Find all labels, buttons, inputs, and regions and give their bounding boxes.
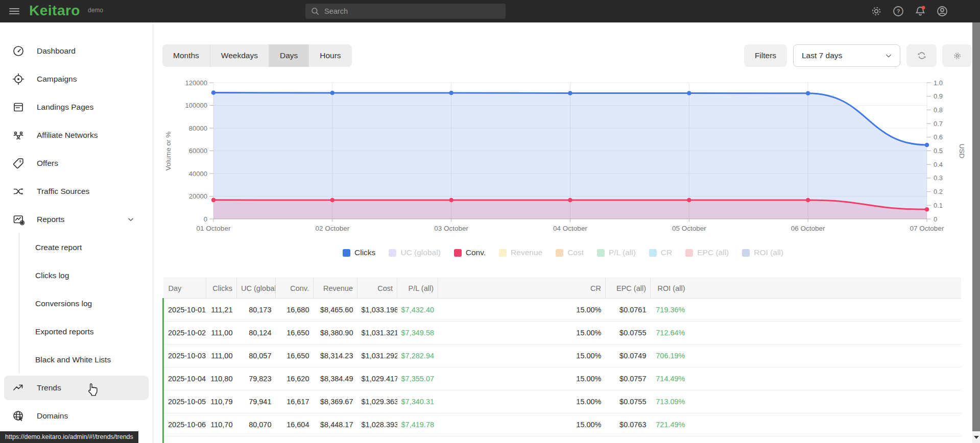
legend-label: Conv. bbox=[466, 248, 486, 257]
trends-table: DayClicksUC (global)Conv.RevenueCostP/L … bbox=[162, 278, 961, 443]
tab-weekdays[interactable]: Weekdays bbox=[210, 44, 269, 67]
sidebar-subitem-exported-reports[interactable]: Exported reports bbox=[19, 317, 153, 346]
chevron-down-icon bbox=[885, 52, 893, 60]
sidebar-item-offers[interactable]: sOffers bbox=[4, 149, 149, 177]
landings-icon bbox=[12, 101, 25, 113]
conv-point bbox=[806, 198, 810, 203]
legend-label: ROI (all) bbox=[754, 248, 783, 257]
table-cell: 2025-10-05 bbox=[163, 390, 206, 413]
legend-label: P/L (all) bbox=[609, 248, 636, 257]
table-cell: 110,70 bbox=[206, 413, 237, 436]
legend-item-clicks[interactable]: Clicks bbox=[343, 248, 375, 257]
legend-item-cr[interactable]: CR bbox=[649, 248, 672, 257]
axis-label: 06 October bbox=[791, 225, 825, 232]
table-cell: 2025-10-03 bbox=[163, 344, 206, 367]
sidebar-item-landings-pages[interactable]: Landings Pages bbox=[4, 93, 149, 121]
column-header-conv: Conv. bbox=[276, 278, 314, 299]
column-header-cost: Cost bbox=[357, 278, 397, 299]
table-row: 2025-10-06110,7080,07016,604$8,448.17$1,… bbox=[163, 413, 962, 436]
notifications-bell-icon[interactable] bbox=[914, 5, 926, 17]
table-row: 2025-10-02111,0080,12416,650$8,380.90$1,… bbox=[163, 322, 962, 344]
table-cell: 16,650 bbox=[276, 322, 314, 344]
date-range-select[interactable]: Last 7 days bbox=[793, 44, 900, 67]
axis-label: 0.5 bbox=[934, 147, 943, 155]
conv-area bbox=[213, 200, 927, 219]
axis-label: 0.4 bbox=[934, 161, 943, 168]
table-cell: $7,282.94 bbox=[397, 344, 438, 367]
table-cell-filler bbox=[689, 367, 962, 390]
scrollbar-thumb[interactable] bbox=[972, 22, 980, 431]
sidebar-subitem-black-and-white-lists[interactable]: Black and White Lists bbox=[19, 346, 153, 374]
table-cell-filler bbox=[689, 436, 962, 443]
column-header-epc-all: EPC (all) bbox=[606, 278, 651, 299]
legend-item-p-l-all[interactable]: P/L (all) bbox=[597, 248, 636, 257]
legend-item-epc-all[interactable]: EPC (all) bbox=[685, 248, 729, 257]
filters-button[interactable]: Filters bbox=[744, 44, 787, 67]
axis-label: 0.3 bbox=[934, 174, 943, 182]
column-header-roi-all: ROI (all) bbox=[651, 278, 689, 299]
sidebar-item-label: Trends bbox=[37, 383, 61, 392]
chart-settings-button[interactable] bbox=[942, 44, 972, 67]
sidebar-item-dashboard[interactable]: Dashboard bbox=[4, 37, 149, 65]
table-row: 2025-10-03111,0080,05716,650$8,314.23$1,… bbox=[163, 344, 962, 367]
legend-item-cost[interactable]: Cost bbox=[556, 248, 584, 257]
dashboard-icon bbox=[12, 45, 25, 57]
sidebar-item-domains[interactable]: Domains bbox=[4, 402, 149, 430]
tab-days[interactable]: Days bbox=[269, 44, 308, 67]
table-cell: $1,029.3633 bbox=[357, 390, 397, 413]
sidebar-item-label: Campaigns bbox=[37, 75, 77, 84]
legend-swatch bbox=[499, 249, 507, 257]
legend-swatch bbox=[389, 249, 396, 257]
table-cell: $0.0755 bbox=[606, 390, 651, 413]
sidebar-item-reports[interactable]: Reports bbox=[4, 205, 149, 233]
env-label: demo bbox=[88, 7, 103, 14]
sidebar-item-trends[interactable]: Trends bbox=[4, 376, 149, 400]
table-cell: 719.36% bbox=[651, 299, 689, 322]
sidebar-item-campaigns[interactable]: Campaigns bbox=[4, 65, 149, 93]
legend-item-uc-global[interactable]: UC (global) bbox=[389, 248, 440, 257]
status-url-tooltip: https://demo.keitaro.io/admin/#!/trends/… bbox=[0, 431, 138, 443]
account-icon[interactable] bbox=[936, 5, 948, 17]
date-range-value: Last 7 days bbox=[802, 51, 842, 60]
table-cell: 721.49% bbox=[651, 413, 689, 436]
period-tab-group: MonthsWeekdaysDaysHours bbox=[162, 44, 352, 67]
axis-label: 0 bbox=[204, 215, 207, 223]
trends-icon bbox=[12, 382, 25, 394]
topbar-actions: ? bbox=[870, 0, 948, 22]
scrollbar-down-arrow[interactable] bbox=[972, 431, 980, 443]
legend-item-conv[interactable]: Conv. bbox=[454, 248, 486, 257]
legend-item-revenue[interactable]: Revenue bbox=[499, 248, 542, 257]
table-cell: 15.00% bbox=[438, 413, 606, 436]
table-cell: 16,650 bbox=[276, 344, 314, 367]
conv-point bbox=[568, 198, 572, 203]
search-box[interactable] bbox=[305, 4, 506, 19]
settings-gear-icon[interactable] bbox=[870, 5, 882, 17]
keitaro-logo[interactable]: Keitaro bbox=[29, 3, 80, 19]
table-cell-filler bbox=[689, 344, 962, 367]
sidebar-subitem-conversions-log[interactable]: Conversions log bbox=[19, 289, 153, 317]
refresh-icon bbox=[916, 50, 927, 61]
chart-legend: ClicksUC (global)Conv.RevenueCostP/L (al… bbox=[154, 248, 972, 257]
table-cell: 80,057 bbox=[237, 344, 276, 367]
sidebar-item-traffic-sources[interactable]: Traffic Sources bbox=[4, 177, 149, 205]
table-cell: $7,355.07 bbox=[397, 367, 438, 390]
help-icon[interactable]: ? bbox=[892, 5, 904, 17]
tab-hours[interactable]: Hours bbox=[308, 44, 351, 67]
axis-label: 0.7 bbox=[934, 120, 943, 128]
legend-item-roi-all[interactable]: ROI (all) bbox=[742, 248, 783, 257]
refresh-button[interactable] bbox=[906, 44, 937, 67]
sidebar-subitem-create-report[interactable]: Create report bbox=[19, 233, 153, 261]
hamburger-menu-icon[interactable] bbox=[9, 7, 19, 16]
axis-label: 04 October bbox=[553, 225, 587, 232]
search-input[interactable] bbox=[324, 7, 500, 15]
tab-months[interactable]: Months bbox=[162, 44, 210, 67]
axis-label: 03 October bbox=[434, 225, 468, 232]
sidebar-subitem-clicks-log[interactable]: Clicks log bbox=[19, 261, 153, 289]
clicks-point bbox=[806, 91, 810, 95]
legend-label: EPC (all) bbox=[697, 248, 729, 257]
table-cell-filler bbox=[689, 299, 962, 322]
chevron-down-icon[interactable] bbox=[126, 215, 135, 224]
sidebar-item-affiliate-networks[interactable]: Affiliate Networks bbox=[4, 121, 149, 149]
axis-label: 0 bbox=[934, 215, 937, 223]
reports-icon bbox=[12, 213, 25, 226]
